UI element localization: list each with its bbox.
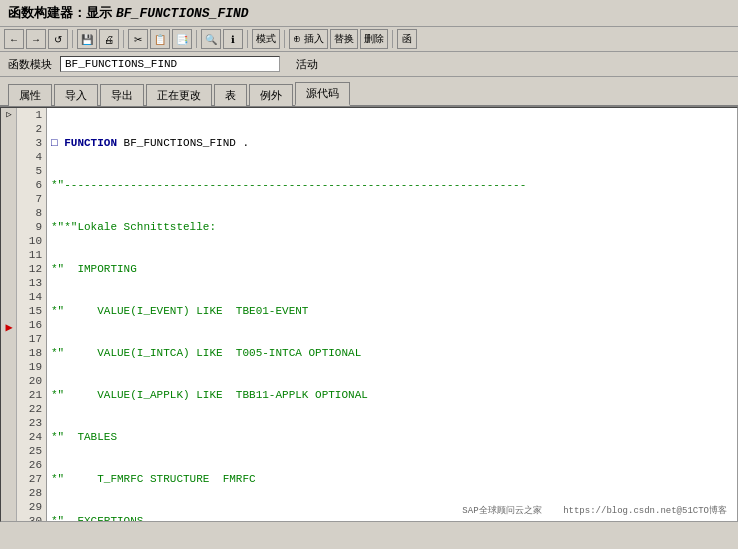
cut-btn[interactable]: ✂	[128, 29, 148, 49]
line-num-3[interactable]: 3	[17, 136, 46, 150]
gutter-cell-25	[1, 428, 17, 441]
back-btn[interactable]: ←	[4, 29, 24, 49]
code-line-3: *"*"Lokale Schnittstelle:	[51, 220, 733, 234]
code-line-2: *"--------------------------------------…	[51, 178, 733, 192]
line-num-26[interactable]: 26	[17, 458, 46, 472]
print-btn[interactable]: 🖨	[99, 29, 119, 49]
active-label: 活动	[296, 57, 318, 72]
code-line-8: *" TABLES	[51, 430, 733, 444]
tab-export[interactable]: 导出	[100, 84, 144, 106]
tab-changing[interactable]: 正在更改	[146, 84, 212, 106]
line-num-10[interactable]: 10	[17, 234, 46, 248]
line-num-12[interactable]: 12	[17, 262, 46, 276]
line-num-21[interactable]: 21	[17, 388, 46, 402]
line-num-18[interactable]: 18	[17, 346, 46, 360]
gutter-cell-29	[1, 481, 17, 494]
gutter-cell-26	[1, 441, 17, 454]
gutter-cell-27	[1, 454, 17, 467]
gutter: ▷ ▶	[1, 108, 17, 521]
delete-btn[interactable]: 删除	[360, 29, 388, 49]
gutter-cell-5	[1, 161, 17, 174]
code-content[interactable]: □ FUNCTION BF_FUNCTIONS_FIND . *"-------…	[47, 108, 737, 521]
line-num-11[interactable]: 11	[17, 248, 46, 262]
tab-properties[interactable]: 属性	[8, 84, 52, 106]
info-btn[interactable]: ℹ	[223, 29, 243, 49]
module-bar: 函数模块 活动	[0, 52, 738, 77]
gutter-cell-1: ▷	[1, 108, 17, 121]
line-numbers: 1 2 3 4 5 6 7 8 9 10 11 12 13 14 15 16 1…	[17, 108, 47, 521]
gutter-cell-12	[1, 254, 17, 267]
gutter-cell-28	[1, 468, 17, 481]
title-bar: 函数构建器：显示 BF_FUNCTIONS_FIND	[0, 0, 738, 27]
func-btn[interactable]: 函	[397, 29, 417, 49]
line-num-15[interactable]: 15	[17, 304, 46, 318]
line-num-28[interactable]: 28	[17, 486, 46, 500]
sep4	[247, 30, 248, 48]
tabs: 属性 导入 导出 正在更改 表 例外 源代码	[0, 77, 738, 107]
gutter-cell-13	[1, 268, 17, 281]
code-line-5: *" VALUE(I_EVENT) LIKE TBE01-EVENT	[51, 304, 733, 318]
line-num-20[interactable]: 20	[17, 374, 46, 388]
line-num-5[interactable]: 5	[17, 164, 46, 178]
mode-btn[interactable]: 模式	[252, 29, 280, 49]
code-line-4: *" IMPORTING	[51, 262, 733, 276]
line-num-14[interactable]: 14	[17, 290, 46, 304]
save-btn[interactable]: 💾	[77, 29, 97, 49]
line-num-23[interactable]: 23	[17, 416, 46, 430]
replace-btn[interactable]: 替换	[330, 29, 358, 49]
line-num-24[interactable]: 24	[17, 430, 46, 444]
gutter-cell-20	[1, 361, 17, 374]
module-input[interactable]	[60, 56, 280, 72]
line-num-1[interactable]: 1	[17, 108, 46, 122]
line-num-9[interactable]: 9	[17, 220, 46, 234]
line-num-22[interactable]: 22	[17, 402, 46, 416]
sep3	[196, 30, 197, 48]
gutter-cell-7	[1, 188, 17, 201]
main-area: ▷ ▶	[0, 107, 738, 522]
gutter-cell-16	[1, 307, 17, 320]
gutter-cell-11	[1, 241, 17, 254]
watermark: SAP全球顾问云之家 https://blog.csdn.net@51CTO博客	[459, 503, 730, 518]
gutter-cell-31	[1, 508, 17, 521]
gutter-cell-3	[1, 135, 17, 148]
copy-btn[interactable]: 📋	[150, 29, 170, 49]
line-num-8[interactable]: 8	[17, 206, 46, 220]
line-num-19[interactable]: 19	[17, 360, 46, 374]
line-num-4[interactable]: 4	[17, 150, 46, 164]
tab-tables[interactable]: 表	[214, 84, 247, 106]
line-num-25[interactable]: 25	[17, 444, 46, 458]
tab-import[interactable]: 导入	[54, 84, 98, 106]
line-num-27[interactable]: 27	[17, 472, 46, 486]
sep5	[284, 30, 285, 48]
paste-btn[interactable]: 📑	[172, 29, 192, 49]
tab-source[interactable]: 源代码	[295, 82, 350, 106]
gutter-cell-24	[1, 415, 17, 428]
line-num-2[interactable]: 2	[17, 122, 46, 136]
line-num-6[interactable]: 6	[17, 178, 46, 192]
line-num-7[interactable]: 7	[17, 192, 46, 206]
code-line-7: *" VALUE(I_APPLK) LIKE TBB11-APPLK OPTIO…	[51, 388, 733, 402]
gutter-cell-9	[1, 214, 17, 227]
watermark-url: https://blog.csdn.net@51CTO博客	[563, 506, 727, 516]
gutter-cell-10	[1, 228, 17, 241]
forward-btn[interactable]: →	[26, 29, 46, 49]
history-btn[interactable]: ↺	[48, 29, 68, 49]
find-btn[interactable]: 🔍	[201, 29, 221, 49]
gutter-cell-19	[1, 348, 17, 361]
code-container[interactable]: ▷ ▶	[0, 107, 738, 522]
line-num-13[interactable]: 13	[17, 276, 46, 290]
code-line-6: *" VALUE(I_INTCA) LIKE T005-INTCA OPTION…	[51, 346, 733, 360]
gutter-arrow-17: ▶	[1, 321, 17, 335]
gutter-cell-14	[1, 281, 17, 294]
gutter-cell-22	[1, 388, 17, 401]
gutter-cell-18	[1, 335, 17, 348]
line-num-17[interactable]: 17	[17, 332, 46, 346]
sep6	[392, 30, 393, 48]
code-line-9: *" T_FMRFC STRUCTURE FMRFC	[51, 472, 733, 486]
tab-exceptions[interactable]: 例外	[249, 84, 293, 106]
insert-btn[interactable]: ⊕ 插入	[289, 29, 328, 49]
line-num-16[interactable]: 16	[17, 318, 46, 332]
line-num-30[interactable]: 30	[17, 514, 46, 522]
sep2	[123, 30, 124, 48]
line-num-29[interactable]: 29	[17, 500, 46, 514]
